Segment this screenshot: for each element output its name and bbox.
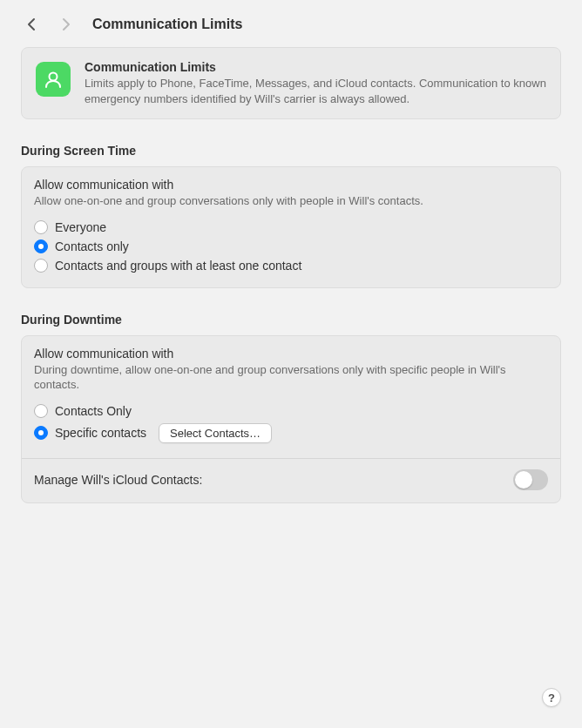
- divider: [22, 458, 560, 459]
- manage-icloud-toggle[interactable]: [513, 469, 548, 490]
- downtime-description: During downtime, allow one-on-one and gr…: [34, 362, 548, 393]
- section-title-screentime: During Screen Time: [21, 144, 561, 158]
- chevron-left-icon: [27, 17, 36, 31]
- info-card: Communication Limits Limits apply to Pho…: [21, 47, 561, 119]
- info-card-title: Communication Limits: [85, 60, 546, 74]
- screentime-panel: Allow communication with Allow one-on-on…: [21, 166, 561, 288]
- radio-label: Contacts Only: [55, 404, 132, 418]
- radio-row-downtime-contacts-only[interactable]: Contacts Only: [34, 401, 548, 421]
- radio-downtime-contacts-only[interactable]: [34, 404, 48, 418]
- radio-contacts-only[interactable]: [34, 239, 48, 253]
- screentime-subtitle: Allow communication with: [34, 178, 548, 192]
- manage-icloud-row: Manage Will's iCloud Contacts:: [34, 469, 548, 490]
- header: Communication Limits: [0, 0, 582, 47]
- radio-label: Contacts and groups with at least one co…: [55, 259, 301, 273]
- downtime-subtitle: Allow communication with: [34, 347, 548, 361]
- page-title: Communication Limits: [92, 17, 242, 32]
- radio-row-contacts-groups[interactable]: Contacts and groups with at least one co…: [34, 256, 548, 275]
- radio-row-specific-contacts[interactable]: Specific contacts Select Contacts…: [34, 421, 548, 446]
- screentime-description: Allow one-on-one and group conversations…: [34, 193, 548, 209]
- radio-label: Everyone: [55, 220, 106, 234]
- radio-contacts-groups[interactable]: [34, 259, 48, 273]
- radio-row-contacts-only[interactable]: Contacts only: [34, 237, 548, 256]
- radio-label: Specific contacts: [55, 426, 146, 440]
- section-title-downtime: During Downtime: [21, 313, 561, 327]
- radio-everyone[interactable]: [34, 220, 48, 234]
- forward-button[interactable]: [52, 12, 80, 37]
- chevron-right-icon: [62, 17, 71, 31]
- manage-icloud-label: Manage Will's iCloud Contacts:: [34, 473, 202, 487]
- svg-point-0: [50, 73, 58, 81]
- help-button[interactable]: ?: [542, 688, 561, 707]
- radio-specific-contacts[interactable]: [34, 426, 48, 440]
- radio-row-everyone[interactable]: Everyone: [34, 218, 548, 237]
- radio-label: Contacts only: [55, 239, 129, 253]
- communication-limits-icon: [36, 62, 71, 97]
- back-button[interactable]: [17, 12, 45, 37]
- downtime-panel: Allow communication with During downtime…: [21, 335, 561, 503]
- info-card-description: Limits apply to Phone, FaceTime, Message…: [85, 76, 546, 106]
- select-contacts-button[interactable]: Select Contacts…: [159, 423, 272, 443]
